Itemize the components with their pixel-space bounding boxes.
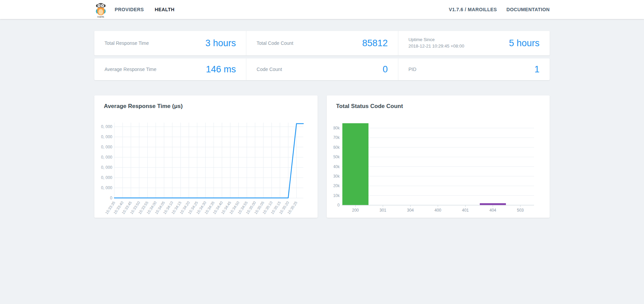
chart-title-response-time: Average Response Time (μs) bbox=[101, 103, 311, 110]
stat-code-count: Code Count 0 bbox=[246, 58, 398, 80]
svg-text:20, 000: 20, 000 bbox=[101, 185, 112, 190]
logo-wordmark: træfik bbox=[97, 15, 105, 18]
svg-text:80k: 80k bbox=[334, 126, 340, 130]
stat-value: 85812 bbox=[362, 38, 388, 49]
svg-text:100, 000: 100, 000 bbox=[101, 145, 112, 149]
stat-value: 0 bbox=[383, 64, 388, 75]
chart-title-status-codes: Total Status Code Count bbox=[334, 103, 543, 110]
nav-link-providers[interactable]: PROVIDERS bbox=[115, 7, 144, 12]
svg-text:60k: 60k bbox=[334, 145, 340, 150]
stat-label: Total Code Count bbox=[257, 40, 293, 46]
stat-label-group: Uptime Since 2018-12-21 10:29:45 +08:00 bbox=[409, 37, 464, 50]
stat-average-response-time: Average Response Time 146 ms bbox=[94, 58, 246, 80]
stat-label: Code Count bbox=[257, 67, 282, 72]
status-code-bar-chart: 010k20k30k40k50k60k70k80k200301304400401… bbox=[334, 117, 543, 215]
svg-text:503: 503 bbox=[517, 208, 524, 213]
svg-text:0: 0 bbox=[337, 203, 340, 208]
nav-link-health[interactable]: HEALTH bbox=[155, 7, 174, 12]
traefik-mascot-icon: træfik bbox=[94, 1, 107, 18]
charts-row: Average Response Time (μs) 15:33:3515:33… bbox=[94, 95, 550, 218]
nav-links: PROVIDERS HEALTH bbox=[115, 7, 174, 12]
response-time-line-chart: 15:33:3515:33:4015:33:4515:33:5015:33:55… bbox=[101, 117, 311, 220]
svg-text:400: 400 bbox=[434, 208, 441, 213]
svg-text:80, 000: 80, 000 bbox=[101, 155, 112, 160]
svg-text:301: 301 bbox=[379, 208, 386, 213]
svg-text:304: 304 bbox=[407, 208, 414, 213]
chart-card-response-time: Average Response Time (μs) 15:33:3515:33… bbox=[94, 95, 318, 218]
svg-text:404: 404 bbox=[489, 208, 496, 213]
stat-label: PID bbox=[409, 67, 416, 72]
chart-card-status-codes: Total Status Code Count 010k20k30k40k50k… bbox=[327, 95, 550, 218]
stat-total-response-time: Total Response Time 3 hours bbox=[94, 31, 246, 55]
stats-card-current: Average Response Time 146 ms Code Count … bbox=[94, 58, 550, 80]
svg-text:20k: 20k bbox=[334, 183, 340, 188]
svg-text:200: 200 bbox=[352, 208, 359, 213]
navbar-inner: træfik PROVIDERS HEALTH V1.7.6 / MAROILL… bbox=[94, 0, 550, 19]
svg-text:120, 000: 120, 000 bbox=[101, 135, 112, 139]
nav-right: V1.7.6 / MAROILLES DOCUMENTATION bbox=[449, 7, 550, 12]
svg-text:60, 000: 60, 000 bbox=[101, 165, 112, 170]
svg-text:50k: 50k bbox=[334, 155, 340, 159]
svg-text:40k: 40k bbox=[334, 164, 340, 169]
stats-card-totals: Total Response Time 3 hours Total Code C… bbox=[94, 31, 550, 55]
stat-label: Uptime Since bbox=[409, 37, 435, 42]
stat-uptime-timestamp: 2018-12-21 10:29:45 +08:00 bbox=[409, 43, 464, 49]
svg-text:30k: 30k bbox=[334, 174, 340, 179]
svg-text:10k: 10k bbox=[334, 193, 340, 198]
svg-text:401: 401 bbox=[462, 208, 469, 213]
svg-text:70k: 70k bbox=[334, 135, 340, 140]
stat-value: 1 bbox=[534, 64, 539, 75]
stat-total-code-count: Total Code Count 85812 bbox=[246, 31, 398, 55]
stat-label: Total Response Time bbox=[105, 40, 149, 46]
svg-text:140, 000: 140, 000 bbox=[101, 124, 112, 129]
traefik-logo[interactable]: træfik bbox=[94, 1, 108, 18]
main-content: Total Response Time 3 hours Total Code C… bbox=[94, 31, 550, 218]
stat-value: 146 ms bbox=[206, 64, 236, 75]
stat-label: Average Response Time bbox=[105, 67, 156, 72]
stat-pid: PID 1 bbox=[398, 58, 550, 80]
documentation-link[interactable]: DOCUMENTATION bbox=[506, 7, 550, 12]
top-navbar: træfik PROVIDERS HEALTH V1.7.6 / MAROILL… bbox=[0, 0, 644, 19]
stat-value: 5 hours bbox=[509, 38, 539, 49]
stat-value: 3 hours bbox=[205, 38, 236, 49]
stat-uptime-since: Uptime Since 2018-12-21 10:29:45 +08:00 … bbox=[398, 31, 550, 55]
svg-text:40, 000: 40, 000 bbox=[101, 175, 112, 180]
version-label[interactable]: V1.7.6 / MAROILLES bbox=[449, 7, 497, 12]
svg-text:0: 0 bbox=[110, 196, 112, 200]
